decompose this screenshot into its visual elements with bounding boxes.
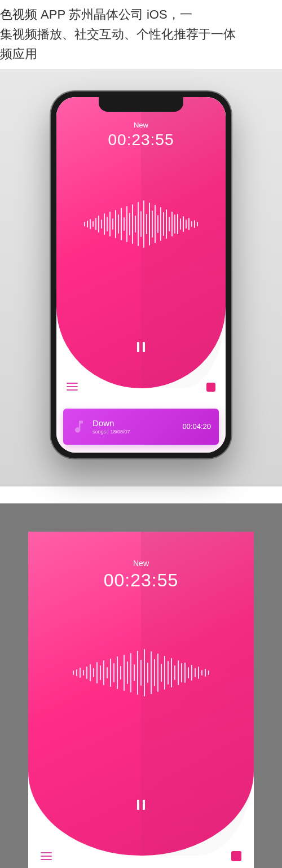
audio-waveform[interactable] — [45, 645, 237, 701]
waveform-bar — [120, 666, 121, 680]
waveform-bar — [188, 218, 190, 230]
waveform-bar — [171, 212, 173, 236]
stop-button[interactable] — [206, 383, 215, 392]
article-title: 色视频 APP 苏州晶体公司 iOS，一 集视频播放、社交互动、个性化推荐于一体… — [0, 0, 282, 69]
audio-waveform[interactable] — [68, 199, 214, 249]
waveform-bar — [110, 659, 111, 687]
phone-frame: New 00:23:55 Down songs | 18/08/07 00:04… — [51, 91, 231, 458]
waveform-bar — [95, 218, 96, 230]
waveform-bar — [157, 215, 158, 233]
waveform-bar — [98, 216, 99, 233]
waveform-bar — [86, 667, 87, 679]
waveform-bar — [100, 665, 101, 680]
waveform-bar — [154, 659, 155, 686]
track-label: New — [56, 121, 226, 129]
waveform-bar — [113, 663, 114, 682]
waveform-bar — [83, 670, 84, 676]
waveform-bar — [109, 212, 111, 236]
waveform-bar — [121, 208, 122, 240]
waveform-bar — [152, 211, 153, 238]
waveform-bar — [168, 661, 169, 685]
menu-icon[interactable] — [41, 852, 52, 860]
waveform-bar — [183, 216, 184, 232]
waveform-bar — [130, 653, 131, 692]
waveform-bar — [107, 217, 108, 231]
phone-screen: New 00:23:55 Down songs | 18/08/07 00:04… — [56, 97, 226, 453]
waveform-bar — [103, 660, 104, 685]
waveform-bar — [160, 207, 161, 241]
waveform-bar — [87, 221, 88, 227]
waveform-bar — [129, 213, 130, 235]
waveform-bar — [180, 218, 181, 230]
waveform-bar — [157, 654, 158, 692]
waveform-bar — [208, 670, 209, 675]
track-title: Down — [92, 418, 182, 428]
waveform-bar — [163, 212, 164, 236]
waveform-bar — [184, 663, 186, 683]
waveform-bar — [194, 220, 195, 228]
flat-preview-section: New 00:23:55 Down songs | 18/08/07 00:04… — [0, 503, 282, 868]
waveform-bar — [155, 205, 156, 243]
waveform-bar — [140, 211, 142, 237]
now-playing-bar[interactable]: Down songs | 18/08/07 00:04:20 — [63, 409, 219, 445]
waveform-bar — [117, 656, 118, 689]
waveform-bar — [76, 669, 77, 676]
waveform-bar — [90, 664, 91, 681]
waveform-bar — [198, 667, 199, 679]
waveform-bar — [84, 222, 85, 226]
waveform-bar — [197, 222, 198, 226]
stop-button[interactable] — [231, 851, 241, 861]
waveform-bar — [195, 668, 196, 677]
waveform-bar — [118, 214, 119, 234]
recording-timer: 00:23:55 — [28, 570, 254, 591]
waveform-bar — [126, 206, 127, 242]
waveform-bar — [115, 210, 116, 238]
waveform-bar — [144, 649, 145, 696]
flat-app-screen: New 00:23:55 Down songs | 18/08/07 00:04… — [28, 532, 254, 868]
waveform-bar — [73, 670, 74, 675]
phone-notch — [99, 97, 183, 112]
waveform-bar — [92, 221, 94, 227]
waveform-bar — [174, 665, 175, 680]
track-label: New — [28, 559, 254, 568]
waveform-bar — [191, 221, 192, 227]
waveform-bar — [90, 219, 91, 229]
waveform-bar — [107, 667, 108, 678]
menu-icon[interactable] — [67, 383, 78, 391]
waveform-bar — [149, 203, 150, 246]
waveform-bar — [161, 664, 162, 682]
waveform-bar — [143, 200, 144, 248]
waveform-bar — [191, 665, 192, 681]
waveform-bar — [147, 663, 148, 683]
waveform-bar — [135, 216, 136, 233]
waveform-bar — [134, 664, 135, 681]
waveform-bar — [205, 669, 206, 677]
pause-button[interactable] — [133, 796, 149, 813]
waveform-bar — [174, 214, 175, 234]
track-meta: songs | 18/08/07 — [92, 429, 182, 435]
waveform-bar — [132, 204, 133, 244]
waveform-bar — [177, 214, 178, 234]
waveform-bar — [96, 662, 98, 683]
waveform-bar — [181, 663, 182, 682]
recording-timer: 00:23:55 — [56, 131, 226, 149]
waveform-bar — [178, 660, 179, 685]
track-duration: 00:04:20 — [182, 422, 211, 431]
waveform-bar — [127, 661, 128, 684]
waveform-bar — [101, 220, 102, 229]
waveform-bar — [112, 218, 113, 230]
waveform-bar — [186, 220, 187, 229]
waveform-bar — [137, 651, 138, 695]
waveform-bar — [124, 655, 125, 691]
waveform-bar — [140, 660, 142, 686]
waveform-bar — [151, 651, 152, 694]
music-player-app: New 00:23:55 Down songs | 18/08/07 00:04… — [56, 97, 226, 453]
waveform-bar — [188, 667, 189, 678]
pause-button[interactable] — [133, 339, 149, 356]
waveform-bar — [171, 658, 172, 687]
waveform-bar — [166, 209, 167, 239]
phone-mockup-section: New 00:23:55 Down songs | 18/08/07 00:04… — [0, 69, 282, 486]
track-info: Down songs | 18/08/07 — [92, 418, 182, 435]
waveform-bar — [164, 656, 165, 690]
waveform-bar — [201, 670, 202, 676]
